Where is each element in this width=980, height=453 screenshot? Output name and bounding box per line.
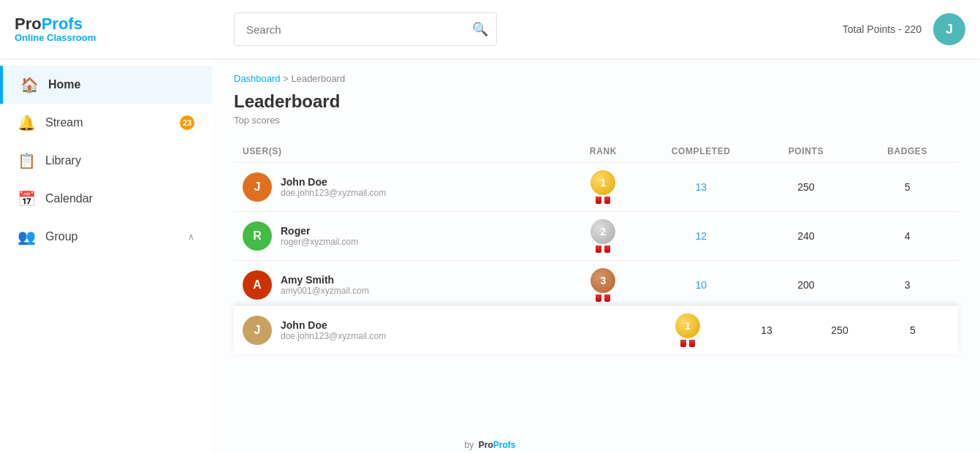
completed-2: 12 [647,212,756,261]
completed-3: 10 [647,261,756,310]
table-row: A Amy Smith amy001@xyzmail.com 3 [234,261,958,310]
logo: ProProfs Online Classroom [15,16,132,43]
content-area: Dashboard > Leaderboard Leaderboard Top … [212,58,980,453]
search-input[interactable] [234,12,497,46]
page-title: Leaderboard [234,91,958,112]
user-info-johndoe: John Doe doe.john123@xyzmail.com [281,176,386,198]
group-chevron-icon: ∧ [188,232,194,242]
breadcrumb-separator: > [281,73,292,84]
user-cell-3: A Amy Smith amy001@xyzmail.com [234,261,560,310]
sidebar-item-calendar[interactable]: 📅 Calendar [0,180,212,218]
user-avatar-header[interactable]: J [933,13,965,45]
medal-ribbons-2 [596,245,610,253]
pinned-rank-cell: 1 [645,313,730,347]
ribbon-left-1 [596,197,601,204]
calendar-icon: 📅 [18,190,35,208]
sidebar-item-library[interactable]: 📋 Library [0,142,212,180]
page-subtitle: Top scores [234,115,958,126]
breadcrumb: Dashboard > Leaderboard [234,73,958,84]
logo-text: ProProfs [15,16,132,32]
points-3: 200 [756,261,857,310]
ribbon-right-2 [604,245,610,253]
ribbon-right-1 [604,197,610,204]
group-icon: 👥 [18,228,35,245]
medal-1: 1 [590,170,615,204]
pinned-medal-circle: 1 [675,313,700,338]
medal-circle-3: 3 [590,268,615,293]
pinned-ribbon-left [680,340,686,347]
user-email-3: amy001@xyzmail.com [281,286,369,296]
avatar-amy: A [243,270,272,300]
pinned-avatar: J [243,316,272,345]
sidebar: 🏠 Home 🔔 Stream 23 📋 Library 📅 Calendar … [0,58,212,453]
footer-pro2: Profs [493,440,516,450]
table-row: J John Doe doe.john123@xyzmail.com 1 [234,163,958,212]
avatar-roger: R [243,221,272,251]
footer-by: by [464,440,474,450]
logo-pro2: Profs [42,15,83,33]
rank-cell-2: 2 [560,212,647,261]
main-layout: 🏠 Home 🔔 Stream 23 📋 Library 📅 Calendar … [0,58,980,453]
col-header-badges: BADGES [856,140,958,163]
pinned-medal: 1 [675,313,700,347]
sidebar-item-home-label: Home [48,78,194,91]
col-header-completed: COMPLETED [647,140,756,163]
pinned-medal-ribbons [680,340,695,347]
home-icon: 🏠 [20,76,38,94]
ribbon-left-3 [596,294,601,302]
avatar-johndoe: J [243,172,272,202]
table-row: R Roger roger@xyzmail.com 2 [234,212,958,261]
pinned-ribbon-right [689,340,695,347]
user-info-amy: Amy Smith amy001@xyzmail.com [281,274,369,296]
pinned-user-info: John Doe doe.john123@xyzmail.com [281,319,386,341]
col-header-points: POINTS [756,140,857,163]
user-email-1: doe.john123@xyzmail.com [281,188,386,198]
sidebar-item-calendar-label: Calendar [45,192,194,205]
search-bar: 🔍 [234,12,497,46]
medal-3: 3 [590,268,615,302]
points-1: 250 [756,163,857,212]
header: ProProfs Online Classroom 🔍 Total Points… [0,0,980,58]
sidebar-item-group-label: Group [45,230,178,243]
user-cell-1: J John Doe doe.john123@xyzmail.com [234,163,560,212]
pinned-badges: 5 [876,324,949,336]
sidebar-item-group[interactable]: 👥 Group ∧ [0,218,212,256]
user-name-2: Roger [281,225,358,237]
sidebar-item-library-label: Library [45,154,194,167]
sidebar-item-stream[interactable]: 🔔 Stream 23 [0,104,212,142]
rank-cell-3: 3 [560,261,647,310]
badges-3: 3 [856,261,958,310]
logo-pro1: Pro [15,15,42,33]
medal-ribbons-3 [596,294,610,302]
footer: by ProProfs [464,437,515,453]
badges-1: 5 [856,163,958,212]
table-header-row: USER(S) RANK COMPLETED POINTS BADGES [234,140,958,163]
pinned-user-email: doe.john123@xyzmail.com [281,331,386,341]
breadcrumb-current: Leaderboard [291,73,345,84]
user-info-roger: Roger roger@xyzmail.com [281,225,358,247]
breadcrumb-dashboard[interactable]: Dashboard [234,73,281,84]
search-icon: 🔍 [472,21,488,37]
ribbon-left-2 [596,245,601,253]
rank-cell-1: 1 [560,163,647,212]
medal-2: 2 [590,219,615,253]
medal-circle-2: 2 [590,219,615,244]
sidebar-item-home[interactable]: 🏠 Home [0,66,212,104]
pinned-row: J John Doe doe.john123@xyzmail.com 1 [234,305,958,354]
stream-icon: 🔔 [18,114,35,132]
col-header-rank: RANK [560,140,647,163]
footer-pro1: Pro [479,440,493,450]
user-cell-2: R Roger roger@xyzmail.com [234,212,560,261]
completed-1: 13 [647,163,756,212]
medal-circle-1: 1 [590,170,615,195]
points-2: 240 [756,212,857,261]
pinned-user-name: John Doe [281,319,386,331]
user-name-3: Amy Smith [281,274,369,286]
user-name-1: John Doe [281,176,386,188]
total-points-label: Total Points - 220 [843,23,922,35]
pinned-user-cell: J John Doe doe.john123@xyzmail.com [243,316,645,345]
pinned-points: 250 [803,324,876,336]
user-email-2: roger@xyzmail.com [281,237,358,247]
logo-subtitle: Online Classroom [15,32,132,43]
footer-logo: ProProfs [476,440,515,450]
